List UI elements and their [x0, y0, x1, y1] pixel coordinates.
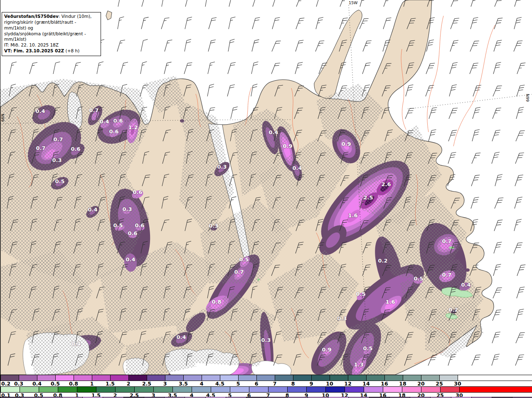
- scale-swatch: [92, 375, 110, 381]
- weather-map: 15W66N66N 0.40.70.40.61.20.60.70.70.60.3…: [0, 0, 532, 375]
- precip-value-label: 1.2: [128, 124, 138, 130]
- scale-swatch: [172, 387, 192, 392]
- weather-forecast-screen: 15W66N66N 0.40.70.40.61.20.60.70.70.60.3…: [0, 0, 532, 398]
- precip-value-label: 0.4: [176, 334, 186, 340]
- scale-swatch: [20, 387, 39, 392]
- graticule-label: 15W: [349, 0, 358, 5]
- scale-tick-label: 0.2: [1, 381, 10, 387]
- precip-value-label: 0.3: [217, 164, 227, 170]
- scale-swatch: [74, 375, 92, 381]
- scale-tick-label: 9: [310, 381, 313, 387]
- scale-swatch: [96, 387, 115, 392]
- rain-scale-labels: 0.20.30.40.50.811.522.533.544.5567891012…: [0, 381, 532, 386]
- scale-swatch: [268, 387, 287, 392]
- scale-tick-label: 6: [255, 381, 259, 387]
- precip-value-label: 0.5: [414, 275, 423, 282]
- scale-tick-label: 2.5: [142, 381, 151, 387]
- scale-tick-label: 0.4: [32, 381, 42, 387]
- scale-swatch: [459, 387, 532, 392]
- precip-value-label: 0.6: [133, 189, 142, 195]
- scale-swatch: [0, 387, 20, 392]
- precip-value-label: 1.6: [348, 212, 357, 219]
- sleet-scale-labels: 0.10.30.50.811.522.533.544.5567891012141…: [0, 393, 532, 397]
- scale-swatch: [311, 375, 330, 381]
- scale-tick-label: 8: [291, 381, 295, 387]
- precip-value-label: 0.3: [261, 337, 271, 343]
- precip-value-label: 0.5: [363, 345, 372, 351]
- scale-swatch: [37, 375, 55, 381]
- precip-value-label: 0.4: [126, 256, 135, 263]
- scale-tick-label: 0.5: [51, 381, 60, 387]
- scale-swatch: [147, 375, 165, 381]
- precip-value-label: 0.3: [52, 157, 62, 163]
- precip-value-label: 0.5: [113, 222, 123, 228]
- scale-swatch: [458, 375, 532, 381]
- scale-swatch: [39, 387, 58, 392]
- precip-value-label: 0.6: [113, 118, 123, 124]
- scale-swatch: [58, 387, 77, 392]
- precip-value-label: 0.4: [99, 118, 109, 125]
- info-line-1: Veðurstofan/IS750dev: Vindur (10m),: [4, 14, 99, 20]
- scale-tick-label: 4: [200, 381, 204, 387]
- scale-swatch: [115, 387, 134, 392]
- scale-swatch: [275, 375, 293, 381]
- scale-swatch: [165, 375, 183, 381]
- scale-swatch: [364, 387, 383, 392]
- scale-swatch: [383, 387, 402, 392]
- precip-value-label: 0.6: [109, 128, 118, 135]
- scale-swatch: [287, 387, 306, 392]
- graticule-label: 66N: [0, 114, 5, 122]
- scale-swatch: [249, 387, 268, 392]
- scale-tick-label: 2: [127, 381, 131, 387]
- precip-contour: [466, 268, 470, 272]
- scale-tick-label: 7: [273, 381, 277, 387]
- scale-swatch: [192, 387, 211, 392]
- scale-swatch: [153, 387, 172, 392]
- precip-value-label: 0.4: [35, 108, 45, 114]
- valid-time: VT: Fim. 23.10.2025 02Z (+8 h): [4, 48, 99, 54]
- scale-swatch: [202, 375, 220, 381]
- scale-swatch: [439, 375, 458, 381]
- precip-value-label: 0.7: [36, 145, 45, 151]
- precip-value-label: 0.4: [88, 206, 97, 213]
- precip-value-label: 0.3: [337, 315, 347, 322]
- model-info-box: Veðurstofan/IS750dev: Vindur (10m), rign…: [2, 12, 101, 56]
- sleet-scale-bar: [0, 386, 532, 393]
- scale-tick-label: 16: [381, 381, 388, 387]
- scale-tick-label: 25: [436, 381, 443, 387]
- info-line-3: slydda/snjókoma (grátt/bleikt/grænt - mm…: [4, 31, 99, 43]
- scale-swatch: [345, 387, 364, 392]
- scale-swatch: [421, 387, 440, 392]
- scale-swatch: [230, 387, 249, 392]
- precip-value-label: 0.5: [356, 291, 365, 297]
- scale-swatch: [403, 375, 421, 381]
- scale-swatch: [183, 375, 202, 381]
- scale-swatch: [325, 387, 345, 392]
- scale-tick-label: 0.3: [14, 381, 23, 387]
- precip-value-label: 0.6: [71, 146, 80, 152]
- precip-value-label: 0.4: [292, 165, 302, 171]
- precip-value-label: 0.3: [209, 223, 218, 229]
- scale-tick-label: 1: [90, 381, 94, 387]
- precip-value-label: 0.4: [461, 282, 470, 288]
- scale-tick-label: 30: [454, 381, 461, 387]
- precip-value-label: 0.9: [322, 346, 331, 353]
- scale-swatch: [55, 375, 74, 381]
- scale-tick-label: 10: [326, 381, 333, 387]
- scale-swatch: [256, 375, 275, 381]
- legend: 0.20.30.40.50.811.522.533.544.5567891012…: [0, 375, 532, 398]
- scale-swatch: [366, 375, 384, 381]
- scale-tick-label: 3: [163, 381, 167, 387]
- precip-value-label: 1.6: [385, 299, 395, 305]
- scale-tick-label: 20: [417, 381, 424, 387]
- scale-swatch: [293, 375, 311, 381]
- scale-tick-label: 3.5: [179, 381, 188, 387]
- scale-swatch: [220, 375, 238, 381]
- precip-value-label: 0.7: [89, 107, 99, 113]
- scale-swatch: [402, 387, 421, 392]
- scale-swatch: [238, 375, 256, 381]
- scale-swatch: [110, 375, 128, 381]
- precip-value-label: 0.7: [234, 269, 244, 275]
- scale-tick-label: 5: [236, 381, 240, 387]
- scale-swatch: [306, 387, 325, 392]
